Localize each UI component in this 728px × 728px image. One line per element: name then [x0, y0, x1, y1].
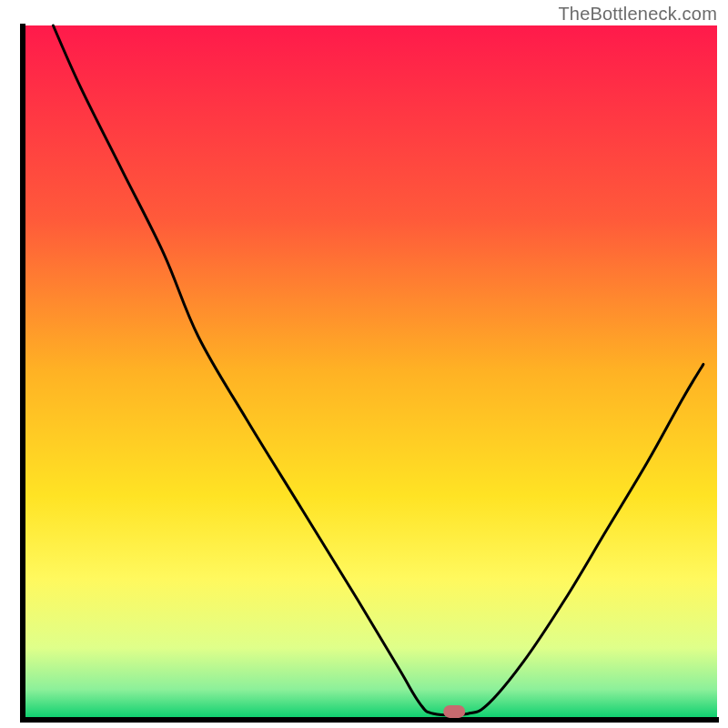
watermark-text: TheBottleneck.com: [558, 4, 717, 25]
svg-rect-3: [443, 705, 465, 718]
svg-rect-2: [20, 717, 719, 723]
chart-svg: [0, 0, 728, 728]
bottleneck-chart: TheBottleneck.com: [0, 0, 728, 728]
svg-rect-0: [25, 25, 717, 717]
svg-rect-1: [20, 24, 25, 723]
